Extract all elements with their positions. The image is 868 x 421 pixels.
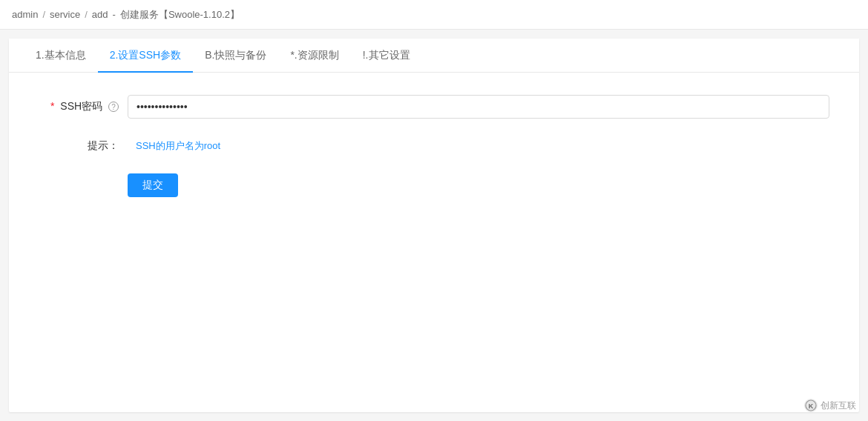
- breadcrumb-sep-1: /: [42, 9, 45, 20]
- ssh-password-row: * SSH密码 ?: [9, 95, 859, 119]
- submit-button[interactable]: 提交: [128, 173, 178, 197]
- breadcrumb-title: 创建服务【Swoole-1.10.2】: [120, 8, 240, 21]
- tab-resource-limit[interactable]: *.资源限制: [278, 39, 350, 73]
- tab-basic-info[interactable]: 1.基本信息: [24, 39, 98, 73]
- tab-bar: 1.基本信息 2.设置SSH参数 B.快照与备份 *.资源限制 !.其它设置: [9, 39, 859, 73]
- tab-other-settings[interactable]: !.其它设置: [351, 39, 422, 73]
- form-action-row: 提交: [9, 173, 859, 197]
- tab-snapshot-backup[interactable]: B.快照与备份: [193, 39, 278, 73]
- tab-ssh-params[interactable]: 2.设置SSH参数: [98, 39, 193, 73]
- breadcrumb-separator-dash: -: [113, 9, 116, 20]
- breadcrumb-admin[interactable]: admin: [12, 9, 38, 20]
- main-content: 1.基本信息 2.设置SSH参数 B.快照与备份 *.资源限制 !.其它设置 *…: [9, 39, 859, 412]
- form-area: * SSH密码 ? 提示： SSH的用户名为root 提交: [9, 73, 859, 237]
- breadcrumb-sep-2: /: [85, 9, 88, 20]
- help-icon[interactable]: ?: [108, 102, 119, 112]
- hint-text: SSH的用户名为root: [128, 136, 829, 156]
- ssh-password-label-text: SSH密码: [60, 100, 102, 112]
- breadcrumb-add[interactable]: add: [92, 9, 108, 20]
- hint-row: 提示： SSH的用户名为root: [9, 136, 859, 156]
- watermark: K 创新互联: [804, 399, 856, 412]
- watermark-icon: K: [804, 399, 818, 412]
- watermark-text: 创新互联: [821, 400, 856, 412]
- ssh-password-input[interactable]: [128, 95, 829, 119]
- required-mark: *: [50, 100, 54, 112]
- ssh-password-label: * SSH密码 ?: [39, 100, 128, 113]
- breadcrumb-service[interactable]: service: [50, 9, 80, 20]
- svg-text:K: K: [809, 402, 814, 410]
- breadcrumb-bar: admin / service / add - 创建服务【Swoole-1.10…: [0, 0, 868, 30]
- hint-label: 提示：: [39, 139, 128, 153]
